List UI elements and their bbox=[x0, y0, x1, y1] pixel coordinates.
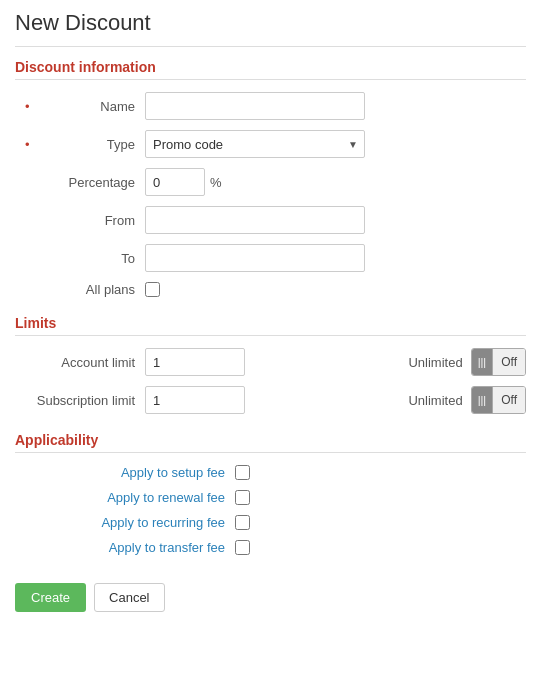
all-plans-label: All plans bbox=[15, 282, 145, 297]
setup-fee-row: Apply to setup fee bbox=[15, 465, 526, 480]
applicability-section: Applicability Apply to setup fee Apply t… bbox=[15, 432, 526, 555]
recurring-fee-row: Apply to recurring fee bbox=[15, 515, 526, 530]
from-row: From bbox=[15, 206, 526, 234]
to-label: To bbox=[15, 251, 145, 266]
recurring-fee-checkbox[interactable] bbox=[235, 515, 250, 530]
renewal-fee-checkbox[interactable] bbox=[235, 490, 250, 505]
account-limit-label: Account limit bbox=[15, 355, 145, 370]
percentage-label: Percentage bbox=[15, 175, 145, 190]
limits-header: Limits bbox=[15, 315, 526, 336]
create-button[interactable]: Create bbox=[15, 583, 86, 612]
account-limit-row: Account limit Unlimited ||| Off bbox=[15, 348, 526, 376]
all-plans-row: All plans bbox=[15, 282, 526, 297]
type-select[interactable]: Promo code Automatic bbox=[145, 130, 365, 158]
name-label: Name bbox=[15, 99, 145, 114]
percent-symbol: % bbox=[210, 175, 222, 190]
renewal-fee-row: Apply to renewal fee bbox=[15, 490, 526, 505]
renewal-fee-label: Apply to renewal fee bbox=[55, 490, 235, 505]
from-label: From bbox=[15, 213, 145, 228]
setup-fee-label: Apply to setup fee bbox=[55, 465, 235, 480]
applicability-header: Applicability bbox=[15, 432, 526, 453]
to-row: To bbox=[15, 244, 526, 272]
toggle-icon-account: ||| bbox=[472, 349, 494, 375]
name-row: Name bbox=[15, 92, 526, 120]
account-unlimited-label: Unlimited bbox=[408, 355, 470, 370]
subscription-limit-input[interactable] bbox=[145, 386, 245, 414]
percentage-row: Percentage % bbox=[15, 168, 526, 196]
type-label: Type bbox=[15, 137, 145, 152]
discount-info-section: Discount information Name Type Promo cod… bbox=[15, 59, 526, 297]
account-limit-input[interactable] bbox=[145, 348, 245, 376]
type-row: Type Promo code Automatic bbox=[15, 130, 526, 158]
recurring-fee-label: Apply to recurring fee bbox=[55, 515, 235, 530]
setup-fee-checkbox[interactable] bbox=[235, 465, 250, 480]
account-unlimited-toggle[interactable]: ||| Off bbox=[471, 348, 526, 376]
discount-info-header: Discount information bbox=[15, 59, 526, 80]
percentage-input[interactable] bbox=[145, 168, 205, 196]
name-input[interactable] bbox=[145, 92, 365, 120]
type-select-wrapper: Promo code Automatic bbox=[145, 130, 365, 158]
transfer-fee-label: Apply to transfer fee bbox=[55, 540, 235, 555]
subscription-limit-row: Subscription limit Unlimited ||| Off bbox=[15, 386, 526, 414]
from-input[interactable] bbox=[145, 206, 365, 234]
toggle-text-account: Off bbox=[493, 349, 525, 375]
toggle-text-subscription: Off bbox=[493, 387, 525, 413]
subscription-unlimited-label: Unlimited bbox=[408, 393, 470, 408]
transfer-fee-row: Apply to transfer fee bbox=[15, 540, 526, 555]
subscription-unlimited-toggle[interactable]: ||| Off bbox=[471, 386, 526, 414]
transfer-fee-checkbox[interactable] bbox=[235, 540, 250, 555]
cancel-button[interactable]: Cancel bbox=[94, 583, 164, 612]
all-plans-checkbox[interactable] bbox=[145, 282, 160, 297]
limits-section: Limits Account limit Unlimited ||| Off S… bbox=[15, 315, 526, 414]
footer-buttons: Create Cancel bbox=[15, 573, 526, 612]
to-input[interactable] bbox=[145, 244, 365, 272]
toggle-icon-subscription: ||| bbox=[472, 387, 494, 413]
subscription-limit-label: Subscription limit bbox=[15, 393, 145, 408]
page-title: New Discount bbox=[15, 10, 526, 36]
